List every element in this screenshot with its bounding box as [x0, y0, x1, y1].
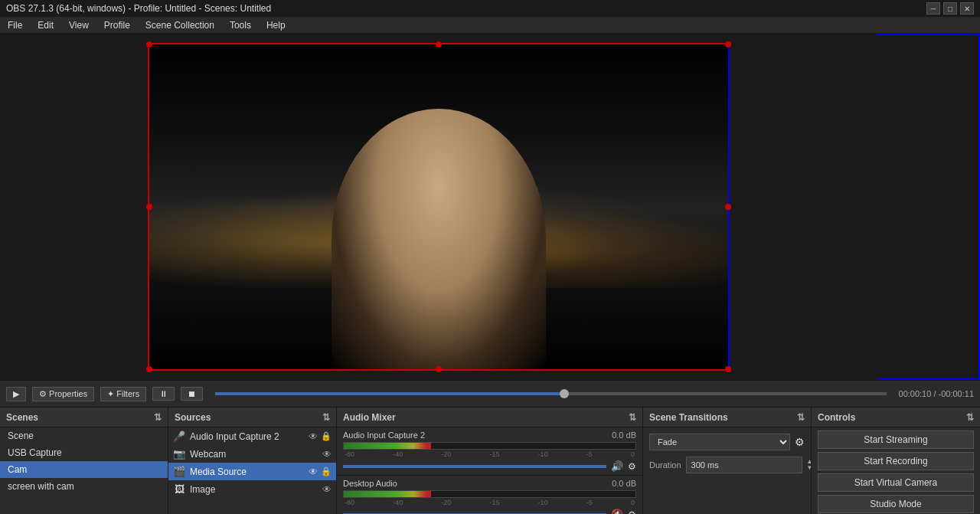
close-button[interactable]: ✕ — [960, 2, 974, 15]
audio-track-1-name: Desktop Audio — [343, 479, 397, 488]
handle-middle-left[interactable] — [146, 204, 152, 210]
handle-middle-right[interactable] — [725, 204, 731, 210]
audio-mixer-panel: Audio Mixer ⇅ Audio Input Capture 2 0.0 … — [337, 408, 643, 514]
source-controls-audio-input: 👁 🔒 — [309, 431, 332, 442]
scenes-list: Scene USB Capture Cam screen with cam — [0, 427, 168, 514]
properties-button[interactable]: ⚙ Properties — [32, 387, 94, 401]
video-preview — [149, 44, 728, 369]
maximize-button[interactable]: □ — [943, 2, 957, 15]
audio-track-0-db: 0.0 dB — [612, 431, 636, 440]
transition-gear-icon[interactable]: ⚙ — [795, 436, 805, 448]
audio-track-0-mute[interactable]: 🔊 — [611, 460, 623, 472]
image-source-icon: 🖼 — [173, 483, 185, 495]
stop-button[interactable]: ⏹ — [181, 387, 203, 401]
menu-tools[interactable]: Tools — [222, 18, 259, 32]
menu-scene-collection[interactable]: Scene Collection — [138, 18, 222, 32]
audio-mixer-icon[interactable]: ⇅ — [629, 412, 636, 423]
scenes-panel: Scenes ⇅ Scene USB Capture Cam screen wi… — [0, 408, 168, 514]
filters-button[interactable]: ✦ Filters — [100, 387, 146, 401]
webcam-icon: 📷 — [173, 448, 185, 460]
time-elapsed: 00:00:10 — [899, 389, 932, 398]
audio-track-1-controls: 🔇 ⚙ — [343, 509, 636, 514]
start-streaming-button[interactable]: Start Streaming — [818, 431, 974, 449]
transitions-panel-icon[interactable]: ⇅ — [797, 412, 805, 423]
play-button[interactable]: ▶ — [6, 387, 26, 401]
controls-panel: Controls ⇅ Start Streaming Start Recordi… — [812, 408, 980, 514]
source-lock-icon-media[interactable]: 🔒 — [321, 467, 332, 476]
audio-track-1: Desktop Audio 0.0 dB -60-40-20-15-10-50 … — [337, 476, 642, 514]
handle-top-center[interactable] — [436, 41, 442, 47]
source-name-media: Media Source — [190, 467, 304, 477]
controls-panel-icon[interactable]: ⇅ — [966, 412, 974, 423]
menu-edit[interactable]: Edit — [30, 18, 61, 32]
panels: Scenes ⇅ Scene USB Capture Cam screen wi… — [0, 407, 980, 514]
source-item-media[interactable]: 🎬 Media Source 👁 🔒 — [168, 463, 336, 480]
audio-track-1-fill — [344, 491, 431, 497]
minimize-button[interactable]: ─ — [926, 2, 940, 15]
audio-track-0-gear[interactable]: ⚙ — [628, 461, 636, 472]
handle-bottom-right[interactable] — [725, 366, 731, 372]
time-display: 00:00:10 / -00:00:11 — [899, 389, 974, 398]
source-name-webcam: Webcam — [190, 449, 318, 460]
pause-button[interactable]: ⏸ — [152, 387, 175, 401]
audio-track-0-volume[interactable] — [343, 465, 606, 468]
menu-help[interactable]: Help — [259, 18, 293, 32]
start-virtual-camera-button[interactable]: Start Virtual Camera — [818, 473, 974, 492]
source-item-image[interactable]: 🖼 Image 👁 — [168, 480, 336, 498]
transition-type-row: Fade Cut Swipe Slide ⚙ — [649, 434, 805, 450]
controls-content: Start Streaming Start Recording Start Vi… — [812, 427, 980, 514]
seek-bar[interactable] — [215, 392, 886, 395]
sources-list: 🎤 Audio Input Capture 2 👁 🔒 📷 Webcam 👁 🎬… — [168, 427, 336, 514]
audio-track-1-scale: -60-40-20-15-10-50 — [343, 499, 636, 506]
duration-down-button[interactable]: ▼ — [807, 465, 811, 471]
handle-top-left[interactable] — [146, 41, 152, 47]
transitions-content: Fade Cut Swipe Slide ⚙ Duration ▲ ▼ — [643, 427, 811, 514]
menu-file[interactable]: File — [0, 18, 30, 32]
source-item-webcam[interactable]: 📷 Webcam 👁 — [168, 445, 336, 463]
audio-track-0: Audio Input Capture 2 0.0 dB -60-40-20-1… — [337, 427, 642, 476]
source-controls-webcam: 👁 — [322, 449, 332, 460]
source-eye-btn-audio[interactable]: 👁 — [309, 431, 318, 442]
audio-track-1-gear[interactable]: ⚙ — [628, 509, 636, 515]
scene-item-screen[interactable]: screen with cam — [0, 478, 168, 495]
scenes-panel-icon[interactable]: ⇅ — [154, 412, 162, 423]
source-lock-icon-audio[interactable]: 🔒 — [321, 431, 332, 441]
audio-track-0-meter — [343, 442, 636, 450]
handle-bottom-left[interactable] — [146, 366, 152, 372]
transition-duration-label: Duration — [649, 460, 681, 470]
menu-view[interactable]: View — [61, 18, 96, 32]
studio-mode-button[interactable]: Studio Mode — [818, 495, 974, 513]
source-eye-btn-webcam[interactable]: 👁 — [322, 449, 332, 460]
source-eye-btn-image[interactable]: 👁 — [322, 484, 332, 495]
studio-mode-preview — [877, 34, 980, 380]
transition-select[interactable]: Fade Cut Swipe Slide — [649, 434, 790, 450]
time-remaining: / -00:00:11 — [933, 389, 974, 398]
source-controls-image: 👁 — [322, 484, 332, 495]
audio-track-0-scale: -60-40-20-15-10-50 — [343, 450, 636, 458]
start-recording-button[interactable]: Start Recording — [818, 452, 974, 470]
audio-track-0-header: Audio Input Capture 2 0.0 dB — [343, 431, 636, 440]
controls-panel-title: Controls — [818, 412, 855, 423]
scene-item-cam[interactable]: Cam — [0, 461, 168, 478]
seek-thumb[interactable] — [560, 389, 569, 398]
sources-panel-title: Sources — [175, 412, 211, 423]
scenes-panel-title: Scenes — [6, 412, 38, 423]
source-eye-btn-media[interactable]: 👁 — [309, 467, 318, 477]
menu-profile[interactable]: Profile — [96, 18, 138, 32]
source-name-audio-input: Audio Input Capture 2 — [190, 431, 304, 442]
audio-track-0-controls: 🔊 ⚙ — [343, 460, 636, 472]
scene-item-usb[interactable]: USB Capture — [0, 444, 168, 461]
handle-bottom-center[interactable] — [436, 366, 442, 372]
sources-panel-icon[interactable]: ⇅ — [322, 412, 330, 423]
audio-track-1-meter — [343, 490, 636, 498]
handle-top-right[interactable] — [725, 41, 731, 47]
audio-mixer-title: Audio Mixer — [343, 412, 396, 423]
source-item-audio-input[interactable]: 🎤 Audio Input Capture 2 👁 🔒 — [168, 427, 336, 445]
scene-item-scene[interactable]: Scene — [0, 427, 168, 444]
titlebar-title: OBS 27.1.3 (64-bit, windows) - Profile: … — [6, 3, 271, 14]
seek-fill — [215, 392, 564, 395]
audio-input-icon: 🎤 — [173, 431, 185, 442]
titlebar-controls: ─ □ ✕ — [926, 2, 974, 15]
audio-track-1-mute[interactable]: 🔇 — [611, 509, 623, 514]
transition-duration-input[interactable] — [686, 457, 802, 473]
